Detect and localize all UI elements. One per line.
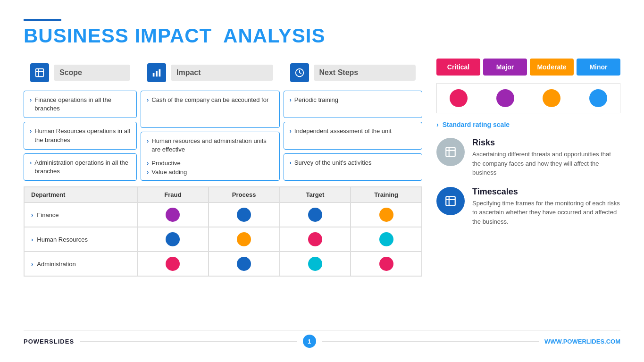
- impact-label: Impact: [171, 65, 273, 81]
- dot-major: [496, 89, 514, 107]
- td-dept-hr: › Human Resources: [24, 227, 137, 252]
- scope-card-1-text: Finance operations in all the branches: [34, 96, 131, 113]
- svg-rect-0: [36, 69, 44, 77]
- risks-icon-circle: [436, 138, 465, 166]
- footer-url: WWW.POWERLIDES.COM: [544, 338, 620, 345]
- impact-cards: › Cash of the company can be accounted f…: [141, 91, 280, 181]
- scope-icon: [30, 63, 49, 82]
- card-arrow-icon: ›: [147, 96, 149, 103]
- scope-card-3: › Administration operations in all the b…: [24, 153, 137, 181]
- td-finance-training: [351, 202, 422, 227]
- td-finance-process: [209, 202, 280, 227]
- impact-card-2-text: Human resources and administration units…: [151, 137, 273, 154]
- dept-arrow-icon: ›: [31, 261, 33, 268]
- dot-pink: [166, 257, 180, 271]
- svg-rect-5: [159, 69, 161, 77]
- dept-hr-label: Human Resources: [37, 236, 88, 243]
- impact-sub-1-text: Productive: [151, 160, 180, 167]
- td-hr-training: [351, 227, 422, 252]
- scope-card-1: › Finance operations in all the branches: [24, 91, 137, 118]
- impact-sub-2-text: Value adding: [151, 168, 187, 176]
- dot-blue: [308, 208, 322, 222]
- table-grid: Department Fraud Process Target Training…: [24, 186, 422, 277]
- left-section: Scope Impact Next Steps: [24, 59, 422, 330]
- nextsteps-card-1-text: Periodic training: [294, 96, 338, 104]
- timescales-title: Timescales: [472, 187, 620, 197]
- card-arrow-icon: ›: [147, 137, 149, 144]
- td-finance-fraud: [137, 202, 209, 227]
- dot-critical: [450, 89, 468, 107]
- dept-arrow-icon: ›: [31, 236, 33, 243]
- impact-header: Impact: [141, 59, 280, 87]
- rating-dot-moderate: [530, 89, 574, 107]
- standard-link-arrow-icon: ›: [436, 121, 439, 128]
- scope-card-3-text: Administration operations in all the bra…: [34, 159, 131, 176]
- dept-arrow-icon: ›: [31, 211, 33, 219]
- nextsteps-card-3: › Survey of the unit's activities: [284, 153, 423, 181]
- main-content: Scope Impact Next Steps: [24, 59, 620, 330]
- dot-cyan: [308, 257, 322, 271]
- td-admin-training: [351, 252, 422, 276]
- impact-card-2-sub: › Productive › Value adding: [147, 160, 187, 176]
- risks-content: Risks Ascertaining different threats and…: [472, 138, 620, 177]
- impact-card-1: › Cash of the company can be accounted f…: [141, 91, 280, 128]
- dot-blue: [237, 257, 251, 271]
- scope-card-2-text: Human Resources operations in all the br…: [34, 127, 131, 144]
- nextsteps-icon: [290, 63, 309, 82]
- standard-rating-link[interactable]: › Standard rating scale: [436, 121, 620, 128]
- td-dept-admin: › Administration: [24, 252, 137, 276]
- dot-moderate: [543, 89, 560, 107]
- card-arrow-icon: ›: [290, 127, 292, 135]
- scope-label: Scope: [54, 65, 130, 81]
- title-blue: ANALYSIS: [223, 25, 326, 47]
- td-hr-fraud: [137, 227, 209, 252]
- card-arrow-icon: ›: [30, 127, 32, 135]
- nextsteps-cards: › Periodic training › Independent assess…: [284, 91, 423, 181]
- svg-rect-7: [446, 147, 455, 157]
- timescales-icon-circle: [436, 187, 465, 215]
- td-hr-target: [280, 227, 351, 252]
- page-title: BUSINESS IMPACT ANALYSIS: [24, 25, 620, 47]
- footer-brand: POWERSLIDES: [24, 338, 74, 345]
- rating-critical: Critical: [436, 59, 480, 76]
- dot-pink: [308, 232, 322, 246]
- footer: POWERSLIDES 1 WWW.POWERLIDES.COM: [24, 330, 620, 348]
- rating-major: Major: [483, 59, 527, 76]
- dept-finance-label: Finance: [37, 211, 59, 219]
- footer-line-left: [80, 341, 297, 342]
- right-section: Critical Major Moderate Minor: [436, 59, 620, 330]
- scope-cards: › Finance operations in all the branches…: [24, 91, 137, 181]
- title-black: BUSINESS IMPACT: [24, 25, 212, 47]
- card-arrow-icon: ›: [30, 159, 32, 166]
- rating-minor: Minor: [577, 59, 620, 76]
- impact-icon: [147, 63, 166, 82]
- rating-labels: Critical Major Moderate Minor: [436, 59, 620, 76]
- rating-dot-critical: [437, 89, 481, 107]
- footer-page-number: 1: [303, 335, 316, 348]
- dept-admin-label: Administration: [37, 261, 75, 268]
- scope-card-2: › Human Resources operations in all the …: [24, 122, 137, 149]
- nextsteps-card-2: › Independent assessment of the unit: [284, 122, 423, 149]
- risks-title: Risks: [472, 138, 620, 148]
- rating-moderate: Moderate: [530, 59, 574, 76]
- rating-dot-minor: [577, 89, 620, 107]
- th-target: Target: [280, 187, 351, 202]
- td-dept-finance: › Finance: [24, 202, 137, 227]
- td-admin-process: [209, 252, 280, 276]
- impact-card-2: › Human resources and administration uni…: [141, 132, 280, 181]
- nextsteps-card-3-text: Survey of the unit's activities: [294, 159, 372, 167]
- dot-pink: [379, 257, 393, 271]
- impact-sub-2: › Value adding: [147, 168, 187, 176]
- svg-rect-3: [153, 73, 155, 76]
- impact-card-1-text: Cash of the company can be accounted for: [151, 96, 268, 104]
- td-admin-target: [280, 252, 351, 276]
- th-department: Department: [24, 187, 137, 202]
- timescales-description: Specifying time frames for the monitorin…: [472, 199, 620, 227]
- svg-rect-4: [156, 71, 158, 76]
- dot-minor: [589, 89, 607, 107]
- dot-cyan: [379, 232, 393, 246]
- standard-link-text: Standard rating scale: [443, 121, 510, 128]
- page: BUSINESS IMPACT ANALYSIS Scope Impact: [0, 0, 644, 362]
- dot-orange: [379, 208, 393, 222]
- nextsteps-label: Next Steps: [314, 65, 416, 81]
